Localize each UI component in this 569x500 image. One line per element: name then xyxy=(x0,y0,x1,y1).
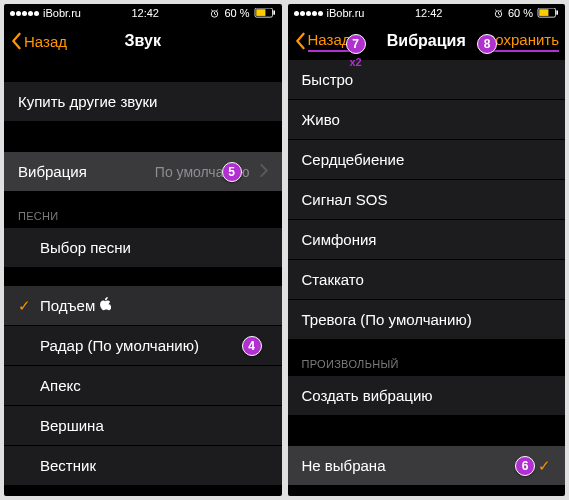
vibration-item-row[interactable]: Тревога (По умолчанию) xyxy=(288,300,566,340)
sound-item-row[interactable]: Вершина xyxy=(4,406,282,446)
annotation-badge-7: 7 xyxy=(346,34,366,54)
right-screenshot: iBobr.ru 12:42 60 % Назад Вибрация Сохра… xyxy=(288,4,566,496)
sound-item-label: Радар (По умолчанию) xyxy=(40,337,199,354)
back-label: Назад xyxy=(308,31,351,52)
vibration-item-label: Быстро xyxy=(302,71,354,88)
chevron-left-icon xyxy=(10,32,22,50)
create-vibration-row[interactable]: Создать вибрацию xyxy=(288,376,566,416)
chevron-right-icon xyxy=(260,163,268,180)
vibration-item-row[interactable]: Сердцебиение xyxy=(288,140,566,180)
status-bar: iBobr.ru 12:42 60 % xyxy=(288,4,566,22)
apple-logo-icon xyxy=(95,297,111,314)
carrier-label: iBobr.ru xyxy=(43,7,81,19)
create-vibration-label: Создать вибрацию xyxy=(302,387,433,404)
battery-pct: 60 % xyxy=(224,7,249,19)
back-button[interactable]: Назад xyxy=(294,31,351,52)
none-selected-label: Не выбрана xyxy=(302,457,386,474)
check-icon: ✓ xyxy=(18,297,40,315)
battery-pct: 60 % xyxy=(508,7,533,19)
sound-item-row[interactable]: Апекс xyxy=(4,366,282,406)
vibration-item-label: Симфония xyxy=(302,231,377,248)
battery-icon xyxy=(537,8,559,18)
vibration-item-label: Сигнал SOS xyxy=(302,191,388,208)
nav-bar: Назад Звук xyxy=(4,22,282,60)
vibration-item-label: Сердцебиение xyxy=(302,151,405,168)
signal-dots-icon xyxy=(294,11,323,16)
section-header-custom: Произвольный xyxy=(288,340,566,376)
battery-icon xyxy=(254,8,276,18)
vibration-item-row[interactable]: Стаккато xyxy=(288,260,566,300)
annotation-badge-5: 5 xyxy=(222,162,242,182)
sound-item-label: Апекс xyxy=(40,377,81,394)
choose-song-label: Выбор песни xyxy=(40,239,131,256)
svg-rect-7 xyxy=(556,11,558,15)
sound-item-label: Подъем xyxy=(40,297,95,314)
alarm-icon xyxy=(493,8,504,19)
left-screenshot: iBobr.ru 12:42 60 % Назад Звук Купить др… xyxy=(4,4,282,496)
svg-rect-3 xyxy=(273,11,275,15)
none-selected-row[interactable]: Не выбрана ✓ 6 xyxy=(288,446,566,486)
sound-item-label: Вестник xyxy=(40,457,96,474)
buy-sounds-label: Купить другие звуки xyxy=(18,93,157,110)
svg-rect-6 xyxy=(539,9,548,16)
sound-item-row[interactable]: Радар (По умолчанию) 4 xyxy=(4,326,282,366)
back-button[interactable]: Назад xyxy=(10,32,67,50)
vibration-item-row[interactable]: Живо xyxy=(288,100,566,140)
chevron-left-icon xyxy=(294,32,306,50)
section-header-songs: Песни xyxy=(4,192,282,228)
sound-item-label: Вершина xyxy=(40,417,104,434)
back-label: Назад xyxy=(24,33,67,50)
vibration-item-label: Стаккато xyxy=(302,271,364,288)
vibration-row[interactable]: Вибрация По умолчанию 5 xyxy=(4,152,282,192)
vibration-list[interactable]: Быстро Живо Сердцебиение Сигнал SOS Симф… xyxy=(288,60,566,496)
vibration-item-row[interactable]: Быстро xyxy=(288,60,566,100)
sound-list[interactable]: Купить другие звуки Вибрация По умолчани… xyxy=(4,60,282,496)
buy-sounds-row[interactable]: Купить другие звуки xyxy=(4,82,282,122)
svg-rect-2 xyxy=(256,9,265,16)
sound-item-row[interactable]: ✓ Подъем xyxy=(4,286,282,326)
sound-item-row[interactable]: Вестник xyxy=(4,446,282,486)
vibration-item-label: Тревога (По умолчанию) xyxy=(302,311,472,328)
status-bar: iBobr.ru 12:42 60 % xyxy=(4,4,282,22)
annotation-badge-6: 6 xyxy=(515,456,535,476)
annotation-badge-8: 8 xyxy=(477,34,497,54)
vibration-item-row[interactable]: Сигнал SOS xyxy=(288,180,566,220)
nav-bar: Назад Вибрация Сохранить 7 x2 8 xyxy=(288,22,566,60)
clock: 12:42 xyxy=(131,7,159,19)
annotation-x2: x2 xyxy=(346,56,366,68)
choose-song-row[interactable]: Выбор песни xyxy=(4,228,282,268)
alarm-icon xyxy=(209,8,220,19)
vibration-item-row[interactable]: Симфония xyxy=(288,220,566,260)
signal-dots-icon xyxy=(10,11,39,16)
clock: 12:42 xyxy=(415,7,443,19)
annotation-badge-4: 4 xyxy=(242,336,262,356)
vibration-item-label: Живо xyxy=(302,111,340,128)
vibration-label: Вибрация xyxy=(18,163,87,180)
check-icon: ✓ xyxy=(538,457,551,475)
carrier-label: iBobr.ru xyxy=(327,7,365,19)
